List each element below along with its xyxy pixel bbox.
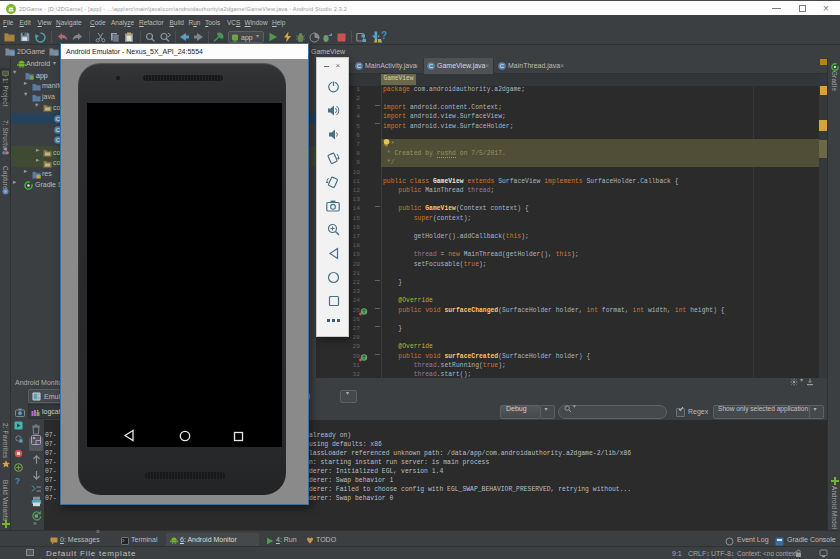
svg-text:C: C [500, 63, 505, 69]
svg-text:C: C [429, 63, 434, 69]
svg-text:C: C [357, 63, 362, 69]
